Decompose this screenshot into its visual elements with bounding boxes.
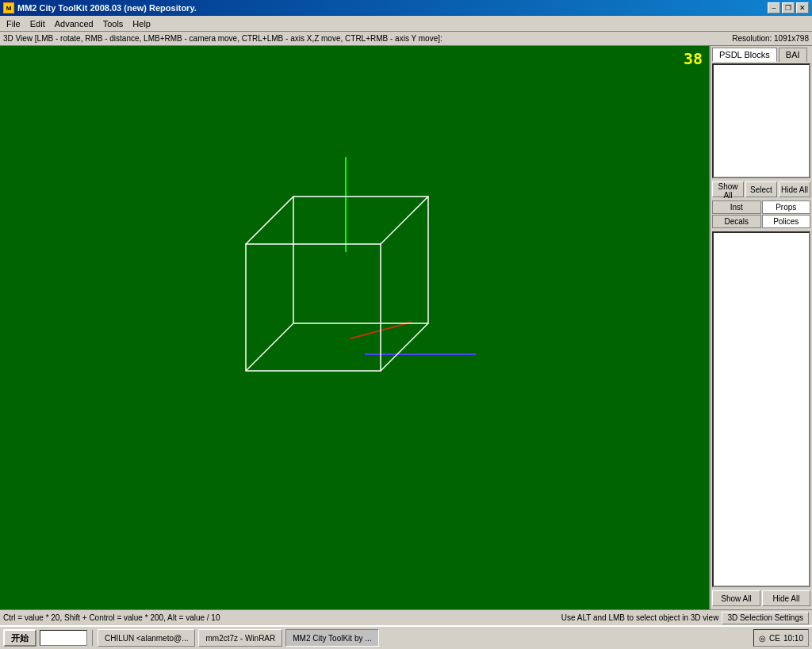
3d-viewport[interactable]: 38 xyxy=(0,46,709,609)
svg-rect-1 xyxy=(246,244,381,371)
taskbar-item-mm2[interactable]: MM2 City ToolKit by ... xyxy=(285,629,378,647)
show-all-button-bottom[interactable]: Show All xyxy=(712,590,760,606)
restore-button[interactable]: ❐ xyxy=(782,2,795,13)
tab-psdl-blocks[interactable]: PSDL Blocks xyxy=(712,48,777,62)
svg-line-3 xyxy=(381,197,428,244)
panel-top-tabs: PSDL Blocks BAI xyxy=(710,46,812,62)
sub-tab-polices[interactable]: Polices xyxy=(762,215,811,228)
panel-top-buttons: Show All Select Hide All xyxy=(710,180,812,199)
taskbar: 开始 CHILUN <alanmeto@... mm2ct7z - WinRAR… xyxy=(0,625,812,649)
system-tray-area: ◎ CE 10:10 xyxy=(753,629,809,647)
tray-ce: CE xyxy=(769,634,780,643)
close-button[interactable]: ✕ xyxy=(796,2,809,13)
selection-settings-button[interactable]: 3D Selection Settings xyxy=(722,612,809,624)
viewport-hint-text: 3D View [LMB - rotate, RMB - distance, L… xyxy=(3,34,442,43)
status-bar-bottom: Ctrl = value * 20, Shift + Control = val… xyxy=(0,609,812,625)
tab-bai[interactable]: BAI xyxy=(779,48,807,62)
sub-tab-decals[interactable]: Decals xyxy=(712,215,761,228)
app-icon: M xyxy=(3,2,14,13)
menu-help[interactable]: Help xyxy=(128,17,155,30)
window-controls: – ❐ ✕ xyxy=(768,2,809,13)
show-all-button-top[interactable]: Show All xyxy=(712,181,744,197)
taskbar-item-winrar[interactable]: mm2ct7z - WinRAR xyxy=(198,629,282,647)
taskbar-separator xyxy=(92,630,93,646)
psdl-blocks-list[interactable] xyxy=(712,63,810,178)
svg-rect-0 xyxy=(293,197,428,323)
tray-icons: ◎ xyxy=(759,634,766,643)
menu-file[interactable]: File xyxy=(2,17,25,30)
title-bar: M MM2 City ToolKit 2008.03 (new) Reposit… xyxy=(0,0,812,16)
main-area: 38 PSDL Blocks BAI Sh xyxy=(0,46,812,609)
sub-tab-props[interactable]: Props xyxy=(762,200,811,214)
selection-hint-text: Use ALT and LMB to select object in 3D v… xyxy=(561,613,719,622)
taskbar-item-chilun[interactable]: CHILUN <alanmeto@... xyxy=(98,629,195,647)
right-panel: PSDL Blocks BAI Show All Select Hide All… xyxy=(709,46,812,609)
status-bar-top: 3D View [LMB - rotate, RMB - distance, L… xyxy=(0,32,812,46)
sub-tab-inst[interactable]: Inst xyxy=(712,200,761,214)
taskbar-input[interactable] xyxy=(40,630,87,646)
select-button[interactable]: Select xyxy=(745,181,777,197)
menu-bar: File Edit Advanced Tools Help xyxy=(0,16,812,32)
menu-tools[interactable]: Tools xyxy=(98,17,128,30)
svg-line-2 xyxy=(246,197,293,244)
svg-line-5 xyxy=(381,323,428,371)
keyboard-hint-text: Ctrl = value * 20, Shift + Control = val… xyxy=(3,613,220,622)
hide-all-button-bottom[interactable]: Hide All xyxy=(762,590,810,606)
system-tray: ◎ CE 10:10 xyxy=(753,629,809,647)
secondary-list[interactable] xyxy=(712,231,810,587)
wireframe-cube xyxy=(230,189,452,395)
minimize-button[interactable]: – xyxy=(768,2,780,13)
hide-all-button-top[interactable]: Hide All xyxy=(779,181,810,197)
frame-counter: 38 xyxy=(684,49,703,68)
start-button[interactable]: 开始 xyxy=(3,629,36,647)
menu-edit[interactable]: Edit xyxy=(25,17,50,30)
tray-time: 10:10 xyxy=(783,634,803,643)
panel-bottom-buttons: Show All Hide All xyxy=(710,589,812,608)
svg-line-4 xyxy=(246,323,293,371)
resolution-text: Resolution: 1091x798 xyxy=(732,34,809,43)
title-text: MM2 City ToolKit 2008.03 (new) Repositor… xyxy=(17,3,197,13)
menu-advanced[interactable]: Advanced xyxy=(50,17,98,30)
sub-tabs: Inst Props Decals Polices xyxy=(710,199,812,230)
